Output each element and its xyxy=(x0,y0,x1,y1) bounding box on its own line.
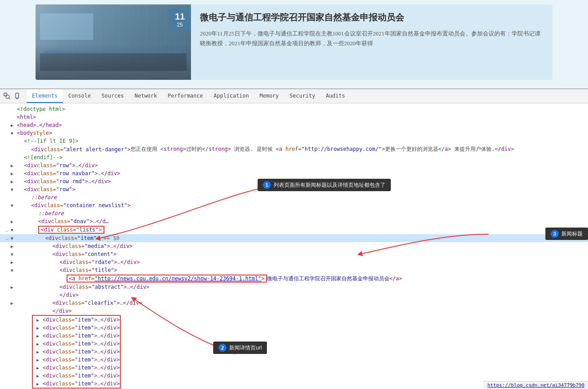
html-line-media[interactable]: ▶ <div class="media">…</div> xyxy=(0,242,588,250)
tab-sources[interactable]: Sources xyxy=(96,89,129,103)
html-line-lists[interactable]: … ▼ <div class="lists"> xyxy=(0,225,588,234)
news-description: 2020年11月25日下午，微电子与通信工程学院在主教1001会议室召开2021… xyxy=(200,29,544,48)
html-line-endif: <![endif]--> xyxy=(0,153,588,161)
devtools-panel: Elements Console Sources Network Perform… xyxy=(0,89,588,389)
devtools-tabs: Elements Console Sources Network Perform… xyxy=(27,89,350,103)
devtools-toolbar: Elements Console Sources Network Perform… xyxy=(0,89,588,103)
html-line-before2: ::before xyxy=(0,209,588,217)
html-line-item4[interactable]: ▶ <div class="item">…</div> xyxy=(1,332,120,340)
tab-application[interactable]: Application xyxy=(208,89,254,103)
link-highlight: <a href="http://news.cqu.edu.cn/newsv2/s… xyxy=(67,275,267,283)
svg-rect-3 xyxy=(16,93,19,98)
annotation2: 2 新闻详情页url xyxy=(213,342,267,354)
news-title: 微电子与通信工程学院召开国家自然基金申报动员会 xyxy=(200,12,544,24)
source-area[interactable]: <!doctype html> <html> ▶ <head>…</head> … xyxy=(0,103,588,389)
html-line-row1[interactable]: ▶ <div class="row">…</div> xyxy=(0,161,588,169)
html-line-item9[interactable]: ▶ <div class="item">…</div> xyxy=(1,372,120,380)
news-text: 微电子与通信工程学院召开国家自然基金申报动员会 2020年11月25日下午，微电… xyxy=(191,4,552,80)
svg-point-2 xyxy=(6,95,9,98)
device-icon[interactable] xyxy=(14,93,21,100)
news-card: 11 25 微电子与通信工程学院召开国家自然基金申报动员会 2020年11月25… xyxy=(36,4,552,80)
status-bar: https://blog.csdn.net/ai34779b790 xyxy=(484,381,588,389)
html-line-alert: <div class="alert alert-danger">您正在使用 <s… xyxy=(0,145,588,153)
tab-memory[interactable]: Memory xyxy=(254,89,284,103)
html-line-content[interactable]: ▼ <div class="content"> xyxy=(0,250,588,258)
html-line-item5[interactable]: ▶ <div class="item">…</div> xyxy=(1,340,120,348)
html-line-item8[interactable]: ▶ <div class="item">…</div> xyxy=(1,364,120,372)
html-line-head[interactable]: ▶ <head>…</head> xyxy=(0,121,588,129)
html-line-close-div1: </div> xyxy=(0,291,588,299)
html-line-item3[interactable]: ▶ <div class="item">…</div> xyxy=(1,324,120,332)
html-line-item10[interactable]: ▶ <div class="item">…</div> xyxy=(1,380,120,388)
html-line-title[interactable]: ▼ <div class="title"> xyxy=(0,266,588,274)
annotation3-circle: 3 xyxy=(551,230,559,238)
inspect-icon[interactable] xyxy=(4,93,11,100)
html-line-link[interactable]: <a href="http://news.cqu.edu.cn/newsv2/s… xyxy=(0,274,588,283)
date-month: 25 xyxy=(171,22,189,28)
browser-content: 11 25 微电子与通信工程学院召开国家自然基金申报动员会 2020年11月25… xyxy=(0,0,588,89)
date-badge: 11 25 xyxy=(169,9,191,31)
lists-div-highlight: <div class="lists"> xyxy=(38,226,104,234)
html-line-dnav[interactable]: ▶ <div class="dnav">…</d… xyxy=(0,217,588,225)
toolbar-icons xyxy=(4,93,21,100)
news-image: 11 25 xyxy=(36,4,191,80)
date-day: 11 xyxy=(171,12,189,22)
html-line-rdate[interactable]: ▶ <div class="rdate">…</div> xyxy=(0,258,588,266)
html-line-item-selected[interactable]: … ▼ <div class="item"> == $0 xyxy=(0,234,588,242)
items-group-highlight: ▶ <div class="item">…</div> ▶ <div class… xyxy=(32,315,121,389)
html-line-html: <html> xyxy=(0,113,588,121)
tab-console[interactable]: Console xyxy=(63,89,96,103)
tab-network[interactable]: Network xyxy=(129,89,163,103)
tab-elements[interactable]: Elements xyxy=(27,89,63,103)
annotation1-circle: 1 xyxy=(263,181,271,189)
html-line-abstract[interactable]: ▶ <div class="abstract">…</div> xyxy=(0,283,588,291)
html-line-navbar[interactable]: ▶ <div class="row navbar">…</div> xyxy=(0,169,588,177)
html-line-container[interactable]: ▼ <div class="container newslist"> xyxy=(0,201,588,209)
status-url: https://blog.csdn.net/ai34779b790 xyxy=(487,382,584,388)
html-line-item2[interactable]: ▶ <div class="item">…</div> xyxy=(1,316,120,324)
html-line-item6[interactable]: ▶ <div class="item">…</div> xyxy=(1,348,120,356)
html-line-doctype: <!doctype html> xyxy=(0,105,588,113)
html-line-item7[interactable]: ▶ <div class="item">…</div> xyxy=(1,356,120,364)
html-line-ie-comment: <!--[if lt IE 9]> xyxy=(0,137,588,145)
news-image-bg xyxy=(36,4,191,80)
html-line-before1: ::before xyxy=(0,193,588,201)
html-line-body[interactable]: ▼ <body style> xyxy=(0,129,588,137)
svg-rect-4 xyxy=(16,98,18,99)
html-line-close-div2: </div> xyxy=(0,307,588,315)
annotation3: 3 新闻标题 xyxy=(545,228,588,240)
annotation1: 1 列表页面所有新闻标题以及详情页地址都包含了 xyxy=(258,179,391,191)
tab-audits[interactable]: Audits xyxy=(321,89,350,103)
tab-security[interactable]: Security xyxy=(284,89,321,103)
tab-performance[interactable]: Performance xyxy=(163,89,208,103)
annotation2-circle: 2 xyxy=(219,344,226,352)
html-line-clearfix[interactable]: ▶ <div class="clearfix">…</div> xyxy=(0,299,588,307)
